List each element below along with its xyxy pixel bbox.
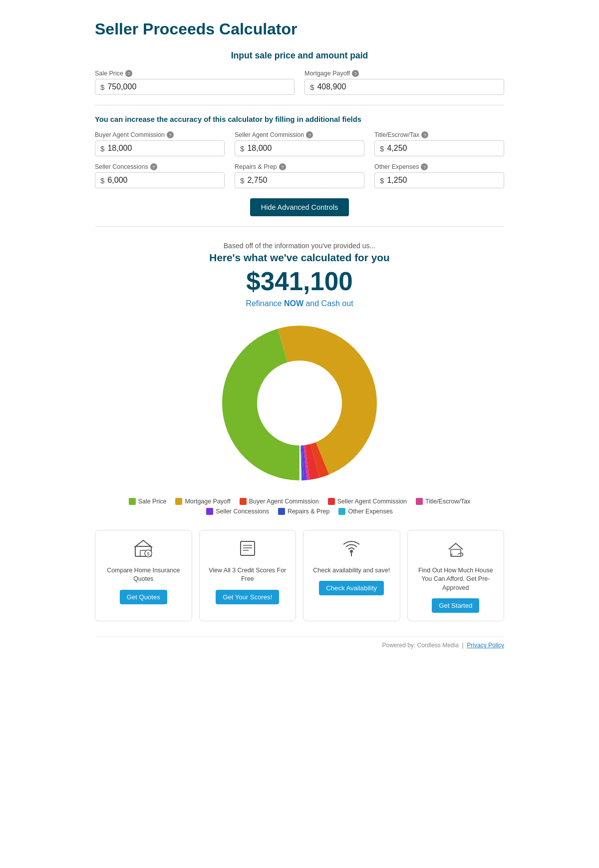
buyer-commission-group: Buyer Agent Commission ? $ (95, 131, 225, 156)
seller-commission-input-wrapper: $ (235, 140, 364, 156)
mortgage-payoff-dollar: $ (310, 83, 314, 91)
repairs-prep-info-icon[interactable]: ? (279, 163, 286, 170)
seller-concessions-info-icon[interactable]: ? (150, 163, 157, 170)
card-insurance-text: Compare Home Insurance Quotes (101, 566, 186, 584)
card-credit-btn[interactable]: Get Your Scores! (216, 590, 279, 604)
sale-price-dollar: $ (100, 83, 104, 91)
sale-price-label: Sale Price ? (95, 70, 295, 77)
mortgage-payoff-label: Mortgage Payoff ? (304, 70, 504, 77)
svg-point-8 (350, 550, 353, 553)
based-on-text: Based off of the information you've prov… (95, 242, 504, 250)
card-credit: View All 3 Credit Scores For Free Get Yo… (199, 530, 297, 621)
refinance-pre: Refinance (246, 299, 284, 308)
primary-inputs-row: Sale Price ? $ Mortgage Payoff ? $ (95, 70, 504, 95)
buyer-commission-input[interactable] (107, 144, 219, 153)
legend-dot-other (338, 508, 345, 515)
donut-chart (215, 318, 384, 488)
footer-powered-by: Powered by: Cordless Media (382, 642, 458, 649)
buyer-commission-input-wrapper: $ (95, 140, 225, 156)
divider-2 (95, 226, 504, 227)
chart-legend: Sale Price Mortgage Payoff Buyer Agent C… (95, 498, 504, 515)
repairs-prep-group: Repairs & Prep ? $ (235, 163, 364, 188)
mortgage-payoff-info-icon[interactable]: ? (352, 70, 359, 77)
legend-dot-sale-price (129, 498, 136, 505)
other-expenses-info-icon[interactable]: ? (421, 163, 428, 170)
seller-concessions-input[interactable] (107, 176, 219, 185)
other-expenses-group: Other Expenses ? $ (374, 163, 504, 188)
svg-rect-10 (451, 549, 461, 556)
sale-price-group: Sale Price ? $ (95, 70, 295, 95)
legend-dot-seller-comm (328, 498, 335, 505)
chart-center-hole (258, 361, 341, 445)
legend-label-seller-comm: Seller Agent Commission (337, 498, 407, 505)
sale-price-input-wrapper: $ (95, 79, 295, 95)
legend-dot-buyer (240, 498, 247, 505)
other-expenses-label: Other Expenses ? (374, 163, 504, 170)
seller-concessions-group: Seller Concessions ? $ (95, 163, 225, 188)
footer: Powered by: Cordless Media | Privacy Pol… (95, 636, 504, 649)
accuracy-title: You can increase the accuracy of this ca… (95, 115, 504, 123)
legend-label-concessions: Seller Concessions (216, 508, 269, 515)
legend-label-sale-price: Sale Price (138, 498, 167, 505)
sale-price-input[interactable] (107, 82, 289, 91)
refinance-link[interactable]: Refinance NOW and Cash out (95, 299, 504, 308)
sale-price-info-icon[interactable]: ? (125, 70, 132, 77)
legend-other: Other Expenses (338, 508, 392, 515)
card-preapproved: Find Out How Much House You Can Afford. … (407, 530, 505, 621)
cards-row: $ Compare Home Insurance Quotes Get Quot… (95, 530, 504, 621)
card-availability-text: Check availability and save! (313, 566, 390, 575)
repairs-prep-input-wrapper: $ (235, 172, 364, 188)
legend-mortgage: Mortgage Payoff (175, 498, 230, 505)
legend-dot-repairs (278, 508, 285, 515)
other-expenses-input[interactable] (387, 176, 499, 185)
advanced-row-2: Seller Concessions ? $ Repairs & Prep ? … (95, 163, 504, 188)
card-insurance: $ Compare Home Insurance Quotes Get Quot… (95, 530, 192, 621)
card-preapproved-text: Find Out How Much House You Can Afford. … (414, 566, 498, 592)
legend-label-repairs: Repairs & Prep (288, 508, 330, 515)
house-insurance-icon: $ (133, 538, 153, 558)
credit-score-icon (238, 538, 258, 558)
legend-concessions: Seller Concessions (206, 508, 269, 515)
card-credit-icon (238, 538, 258, 562)
title-escrow-group: Title/Escrow/Tax ? $ (374, 131, 504, 156)
card-availability-icon (341, 538, 361, 562)
card-availability-btn[interactable]: Check Availability (319, 581, 384, 595)
refinance-now: NOW (284, 299, 303, 308)
legend-dot-title (416, 498, 423, 505)
card-availability: Check availability and save! Check Avail… (303, 530, 400, 621)
card-insurance-icon: $ (133, 538, 153, 562)
other-expenses-input-wrapper: $ (374, 172, 504, 188)
refinance-post: and Cash out (303, 299, 353, 308)
legend-repairs: Repairs & Prep (278, 508, 330, 515)
legend-dot-concessions (206, 508, 213, 515)
hide-advanced-button[interactable]: Hide Advanced Controls (250, 198, 349, 216)
repairs-prep-input[interactable] (247, 176, 359, 185)
legend-label-buyer: Buyer Agent Commission (249, 498, 319, 505)
mortgage-payoff-input[interactable] (317, 82, 499, 91)
legend-sale-price: Sale Price (129, 498, 167, 505)
advanced-row-1: Buyer Agent Commission ? $ Seller Agent … (95, 131, 504, 156)
seller-commission-input[interactable] (247, 144, 359, 153)
title-escrow-info-icon[interactable]: ? (421, 131, 428, 138)
title-escrow-label: Title/Escrow/Tax ? (374, 131, 504, 138)
title-escrow-input-wrapper: $ (374, 140, 504, 156)
mortgage-payoff-group: Mortgage Payoff ? $ (304, 70, 504, 95)
page-title: Seller Proceeds Calculator (95, 20, 504, 38)
legend-label-title: Title/Escrow/Tax (425, 498, 470, 505)
title-escrow-input[interactable] (387, 144, 499, 153)
top-section-title: Input sale price and amount paid (95, 50, 504, 61)
footer-privacy-link[interactable]: Privacy Policy (467, 642, 504, 649)
buyer-commission-label: Buyer Agent Commission ? (95, 131, 225, 138)
repairs-prep-label: Repairs & Prep ? (235, 163, 364, 170)
card-preapproved-btn[interactable]: Get Started (432, 598, 479, 613)
svg-text:$: $ (147, 551, 150, 556)
seller-commission-group: Seller Agent Commission ? $ (235, 131, 364, 156)
buyer-commission-info-icon[interactable]: ? (167, 131, 174, 138)
card-insurance-btn[interactable]: Get Quotes (120, 590, 167, 604)
house-hand-icon (446, 538, 466, 558)
legend-dot-mortgage (175, 498, 182, 505)
signal-icon (341, 538, 361, 558)
seller-commission-info-icon[interactable]: ? (306, 131, 313, 138)
top-input-section: Input sale price and amount paid Sale Pr… (95, 50, 504, 95)
legend-seller-commission: Seller Agent Commission (328, 498, 407, 505)
